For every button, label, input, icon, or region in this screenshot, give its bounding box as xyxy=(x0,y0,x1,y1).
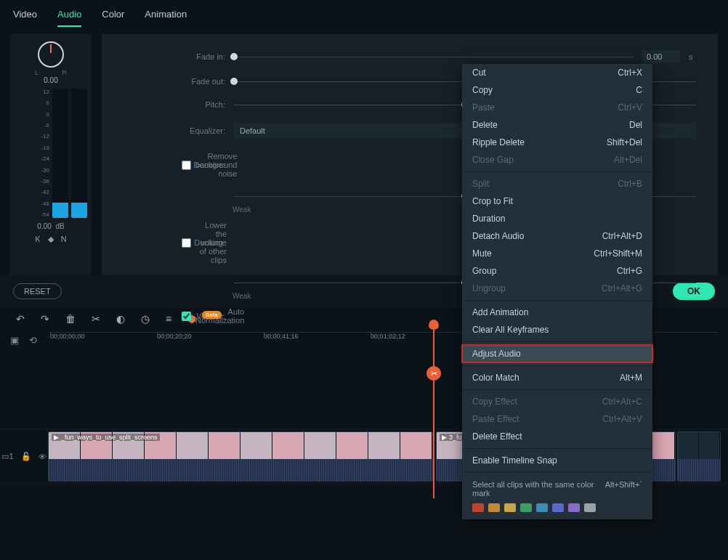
ctx-delete[interactable]: DeleteDel xyxy=(462,116,652,134)
ctx-delete-effect[interactable]: Delete Effect xyxy=(462,428,652,445)
ctx-split: SplitCtrl+B xyxy=(462,175,652,192)
denoise-checkbox[interactable]: Remove background noise xyxy=(182,152,227,178)
snap-icon[interactable]: ⟲ xyxy=(29,335,37,346)
vu-value: 0.00 xyxy=(37,222,51,230)
denoise-weak-label: Weak xyxy=(232,206,251,214)
ducking-checkbox[interactable]: Lower the volume of other clips xyxy=(182,221,227,264)
ctx-duration[interactable]: Duration xyxy=(462,210,652,227)
vu-left xyxy=(52,89,68,218)
fade-in-slider[interactable] xyxy=(234,52,634,62)
vu-scale: 1260-6-12-18-24-30-36-42-48-54 xyxy=(36,89,49,218)
playhead[interactable]: ✂ xyxy=(433,327,434,498)
add-keyframe-icon[interactable]: ◆ xyxy=(48,235,54,244)
clip-1-label: _fun_ways_to_use_split_screens xyxy=(61,434,158,441)
pan-dial[interactable] xyxy=(38,41,64,68)
track-visible-icon[interactable]: 👁 xyxy=(39,453,46,461)
equalizer-label: Equalizer: xyxy=(180,126,225,135)
swatch-8[interactable] xyxy=(584,503,596,512)
track-video-icon: ▭1 xyxy=(1,452,13,461)
vu-unit: dB xyxy=(55,222,64,230)
timecode-3: 00;01;02;12 xyxy=(371,333,405,340)
fade-in-label: Fade in: xyxy=(180,52,225,61)
ctx-mute[interactable]: MuteCtrl+Shift+M xyxy=(462,245,652,262)
ctx-timeline-snap[interactable]: Enable Timeline Snap xyxy=(462,452,652,469)
pan-left-label: L xyxy=(35,69,39,76)
ctx-ungroup: UngroupCtrl+Alt+G xyxy=(462,280,652,297)
play-icon: ▶ xyxy=(54,434,59,441)
toggle-track-height-icon[interactable]: ▣ xyxy=(10,335,19,346)
tab-audio[interactable]: Audio xyxy=(57,6,81,27)
timecode-1: 00;00;20;20 xyxy=(157,333,192,340)
ducking-weak-label: Weak xyxy=(232,292,251,300)
meter-panel: LR 0.00 1260-6-12-18-24-30-36-42-48-54 0… xyxy=(10,34,92,275)
tab-color[interactable]: Color xyxy=(102,6,124,27)
ctx-detach-audio[interactable]: Detach AudioCtrl+Alt+D xyxy=(462,227,652,245)
swatch-1[interactable] xyxy=(472,503,484,512)
ctx-close-gap: Close GapAlt+Del xyxy=(462,151,652,169)
pan-value: 0.00 xyxy=(15,76,87,84)
fade-out-label: Fade out: xyxy=(180,77,225,86)
tab-animation[interactable]: Animation xyxy=(145,6,187,27)
swatch-6[interactable] xyxy=(552,503,564,512)
clip-1[interactable]: ▶_fun_ways_to_use_split_screens xyxy=(48,431,433,482)
next-keyframe-icon[interactable]: N xyxy=(61,235,67,244)
prev-keyframe-icon[interactable]: K xyxy=(35,235,40,244)
ctx-color-match[interactable]: Color MatchAlt+M xyxy=(462,369,652,386)
ctx-copy-effect: Copy EffectCtrl+Alt+C xyxy=(462,393,652,410)
ctx-cut[interactable]: CutCtrl+X xyxy=(462,64,652,81)
ctx-ripple-delete[interactable]: Ripple DeleteShift+Del xyxy=(462,134,652,151)
redo-icon[interactable]: ↷ xyxy=(41,313,49,325)
undo-icon[interactable]: ↶ xyxy=(16,313,25,325)
context-menu: CutCtrl+X CopyC PasteCtrl+V DeleteDel Ri… xyxy=(462,64,652,519)
pan-right-label: R xyxy=(62,69,68,76)
playhead-marker-icon[interactable] xyxy=(429,320,439,330)
ctx-adjust-audio[interactable]: Adjust Audio xyxy=(462,345,652,362)
play-icon: ▶ xyxy=(442,434,447,441)
swatch-7[interactable] xyxy=(568,503,580,512)
ctx-add-animation[interactable]: Add Animation xyxy=(462,304,652,321)
timecode-0: 00;00;00;00 xyxy=(50,333,85,340)
split-icon[interactable]: ✂ xyxy=(92,313,100,325)
swatch-2[interactable] xyxy=(488,503,500,512)
ducking-check-label: Lower the volume of other clips xyxy=(195,221,227,264)
fade-in-value[interactable] xyxy=(642,50,680,63)
clip-3[interactable] xyxy=(677,431,721,482)
tab-video[interactable]: Video xyxy=(13,6,37,27)
adjust-icon[interactable]: ≡ xyxy=(166,313,171,325)
pitch-label: Pitch: xyxy=(180,100,225,109)
ctx-select-color-note: Select all clips with the same color mar… xyxy=(462,476,652,500)
ctx-color-swatches xyxy=(462,500,652,519)
ctx-paste: PasteCtrl+V xyxy=(462,99,652,116)
ctx-clear-keyframes[interactable]: Clear All Keyframes xyxy=(462,321,652,338)
swatch-3[interactable] xyxy=(504,503,516,512)
track-lock-icon[interactable]: 🔓 xyxy=(21,452,31,461)
denoise-check-label: Remove background noise xyxy=(195,152,237,178)
ctx-group[interactable]: GroupCtrl+G xyxy=(462,262,652,280)
beta-badge: Beta xyxy=(202,311,221,319)
fade-in-unit: s xyxy=(689,52,696,61)
swatch-4[interactable] xyxy=(520,503,532,512)
playhead-split-icon[interactable]: ✂ xyxy=(426,366,441,381)
ctx-paste-effect: Paste EffectCtrl+Alt+V xyxy=(462,410,652,428)
vu-right xyxy=(71,89,87,218)
ctx-crop[interactable]: Crop to Fit xyxy=(462,192,652,210)
ctx-copy[interactable]: CopyC xyxy=(462,81,652,99)
tab-bar: Video Audio Color Animation xyxy=(0,0,728,27)
swatch-5[interactable] xyxy=(536,503,548,512)
speed-icon[interactable]: ◷ xyxy=(141,313,150,325)
crop-icon[interactable]: ◐ xyxy=(116,313,125,325)
timecode-2: 00;00;41;16 xyxy=(264,333,299,340)
delete-icon[interactable]: 🗑 xyxy=(65,313,76,325)
reset-button[interactable]: RESET xyxy=(13,283,62,299)
